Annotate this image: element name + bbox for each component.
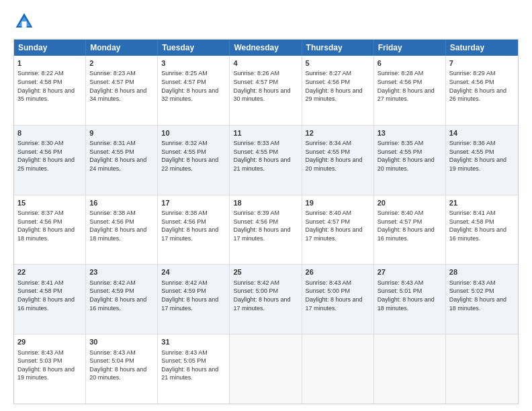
- sunset-label: Sunset: 4:57 PM: [161, 79, 206, 85]
- sunset-label: Sunset: 5:04 PM: [89, 357, 134, 364]
- daylight-label: Daylight: 8 hours and 27 minutes.: [378, 87, 435, 103]
- day-cell-29: 29Sunrise: 8:43 AMSunset: 5:03 PMDayligh…: [14, 334, 86, 404]
- day-info: Sunrise: 8:36 AMSunset: 4:55 PMDaylight:…: [449, 139, 515, 173]
- sunrise-label: Sunrise: 8:42 AM: [161, 279, 208, 286]
- sunset-label: Sunset: 4:58 PM: [17, 79, 62, 85]
- svg-rect-2: [21, 21, 26, 28]
- day-cell-30: 30Sunrise: 8:43 AMSunset: 5:04 PMDayligh…: [86, 334, 158, 404]
- daylight-label: Daylight: 8 hours and 25 minutes.: [17, 156, 75, 172]
- day-cell-14: 14Sunrise: 8:36 AMSunset: 4:55 PMDayligh…: [446, 126, 518, 195]
- calendar-week-4: 22Sunrise: 8:41 AMSunset: 4:58 PMDayligh…: [14, 265, 518, 334]
- sunset-label: Sunset: 4:56 PM: [449, 79, 494, 85]
- daylight-label: Daylight: 8 hours and 21 minutes.: [233, 156, 290, 172]
- day-number: 19: [306, 198, 370, 208]
- sunset-label: Sunset: 5:00 PM: [306, 287, 351, 294]
- day-number: 18: [233, 198, 298, 208]
- sunset-label: Sunset: 4:59 PM: [89, 287, 134, 294]
- daylight-label: Daylight: 8 hours and 20 minutes.: [89, 366, 146, 381]
- sunrise-label: Sunrise: 8:36 AM: [449, 140, 496, 146]
- day-info: Sunrise: 8:26 AMSunset: 4:57 PMDaylight:…: [233, 69, 298, 103]
- daylight-label: Daylight: 8 hours and 34 minutes.: [89, 87, 146, 103]
- daylight-label: Daylight: 8 hours and 24 minutes.: [89, 156, 146, 172]
- day-cell-22: 22Sunrise: 8:41 AMSunset: 4:58 PMDayligh…: [14, 265, 86, 334]
- day-number: 25: [233, 267, 298, 277]
- sunrise-label: Sunrise: 8:34 AM: [306, 140, 352, 146]
- logo-icon: [13, 11, 35, 32]
- sunrise-label: Sunrise: 8:43 AM: [306, 279, 352, 286]
- day-cell-25: 25Sunrise: 8:42 AMSunset: 5:00 PMDayligh…: [230, 265, 302, 334]
- day-number: 13: [378, 128, 442, 138]
- sunrise-label: Sunrise: 8:32 AM: [161, 140, 208, 146]
- day-cell-3: 3Sunrise: 8:25 AMSunset: 4:57 PMDaylight…: [158, 56, 230, 125]
- daylight-label: Daylight: 8 hours and 26 minutes.: [449, 87, 506, 103]
- daylight-label: Daylight: 8 hours and 16 minutes.: [449, 226, 506, 242]
- sunset-label: Sunset: 4:58 PM: [449, 218, 494, 225]
- daylight-label: Daylight: 8 hours and 17 minutes.: [306, 296, 363, 312]
- sunset-label: Sunset: 4:55 PM: [233, 148, 278, 155]
- header: [13, 11, 519, 32]
- sunrise-label: Sunrise: 8:43 AM: [378, 279, 424, 286]
- sunset-label: Sunset: 5:02 PM: [449, 287, 494, 294]
- sunrise-label: Sunrise: 8:40 AM: [306, 210, 352, 216]
- daylight-label: Daylight: 8 hours and 16 minutes.: [17, 296, 75, 312]
- sunrise-label: Sunrise: 8:31 AM: [89, 140, 136, 146]
- day-info: Sunrise: 8:43 AMSunset: 5:00 PMDaylight:…: [306, 279, 370, 312]
- daylight-label: Daylight: 8 hours and 17 minutes.: [161, 296, 218, 312]
- day-number: 14: [449, 128, 515, 138]
- day-cell-21: 21Sunrise: 8:41 AMSunset: 4:58 PMDayligh…: [446, 195, 518, 265]
- sunset-label: Sunset: 4:57 PM: [306, 218, 351, 225]
- calendar-week-1: 1Sunrise: 8:22 AMSunset: 4:58 PMDaylight…: [14, 56, 518, 126]
- sunset-label: Sunset: 4:56 PM: [161, 218, 206, 225]
- day-number: 27: [378, 267, 442, 277]
- day-info: Sunrise: 8:43 AMSunset: 5:02 PMDaylight:…: [449, 279, 515, 312]
- sunrise-label: Sunrise: 8:38 AM: [161, 210, 208, 216]
- day-info: Sunrise: 8:42 AMSunset: 5:00 PMDaylight:…: [233, 279, 298, 312]
- day-cell-1: 1Sunrise: 8:22 AMSunset: 4:58 PMDaylight…: [14, 56, 86, 125]
- sunset-label: Sunset: 4:55 PM: [161, 148, 206, 155]
- sunrise-label: Sunrise: 8:43 AM: [89, 349, 136, 356]
- day-info: Sunrise: 8:39 AMSunset: 4:56 PMDaylight:…: [233, 209, 298, 242]
- sunset-label: Sunset: 4:56 PM: [89, 218, 134, 225]
- sunrise-label: Sunrise: 8:29 AM: [449, 70, 496, 77]
- day-number: 23: [89, 267, 154, 277]
- sunrise-label: Sunrise: 8:25 AM: [161, 70, 208, 77]
- sunrise-label: Sunrise: 8:40 AM: [378, 210, 424, 216]
- sunrise-label: Sunrise: 8:42 AM: [89, 279, 136, 286]
- day-number: 5: [306, 58, 370, 68]
- sunrise-label: Sunrise: 8:41 AM: [449, 210, 496, 216]
- daylight-label: Daylight: 8 hours and 19 minutes.: [17, 366, 75, 381]
- sunrise-label: Sunrise: 8:39 AM: [233, 210, 279, 216]
- day-cell-2: 2Sunrise: 8:23 AMSunset: 4:57 PMDaylight…: [86, 56, 158, 125]
- header-day-friday: Friday: [374, 40, 446, 56]
- day-cell-4: 4Sunrise: 8:26 AMSunset: 4:57 PMDaylight…: [230, 56, 302, 125]
- calendar-week-2: 8Sunrise: 8:30 AMSunset: 4:56 PMDaylight…: [14, 126, 518, 195]
- daylight-label: Daylight: 8 hours and 32 minutes.: [161, 87, 218, 103]
- day-cell-6: 6Sunrise: 8:28 AMSunset: 4:56 PMDaylight…: [374, 56, 446, 125]
- day-cell-7: 7Sunrise: 8:29 AMSunset: 4:56 PMDaylight…: [446, 56, 518, 125]
- daylight-label: Daylight: 8 hours and 35 minutes.: [17, 87, 75, 103]
- header-day-thursday: Thursday: [302, 40, 374, 56]
- day-number: 2: [89, 58, 154, 68]
- daylight-label: Daylight: 8 hours and 17 minutes.: [233, 226, 290, 242]
- day-number: 11: [233, 128, 298, 138]
- day-number: 20: [378, 198, 442, 208]
- day-info: Sunrise: 8:38 AMSunset: 4:56 PMDaylight:…: [89, 209, 154, 242]
- day-info: Sunrise: 8:29 AMSunset: 4:56 PMDaylight:…: [449, 69, 515, 103]
- calendar-week-5: 29Sunrise: 8:43 AMSunset: 5:03 PMDayligh…: [14, 334, 518, 404]
- day-info: Sunrise: 8:43 AMSunset: 5:05 PMDaylight:…: [161, 349, 226, 382]
- day-cell-31: 31Sunrise: 8:43 AMSunset: 5:05 PMDayligh…: [158, 334, 230, 404]
- sunrise-label: Sunrise: 8:37 AM: [17, 210, 64, 216]
- daylight-label: Daylight: 8 hours and 18 minutes.: [17, 226, 75, 242]
- sunset-label: Sunset: 5:01 PM: [378, 287, 423, 294]
- sunset-label: Sunset: 4:56 PM: [233, 218, 278, 225]
- daylight-label: Daylight: 8 hours and 17 minutes.: [233, 296, 290, 312]
- sunrise-label: Sunrise: 8:43 AM: [161, 349, 208, 356]
- day-number: 17: [161, 198, 226, 208]
- header-day-monday: Monday: [86, 40, 158, 56]
- calendar-week-3: 15Sunrise: 8:37 AMSunset: 4:56 PMDayligh…: [14, 195, 518, 265]
- day-info: Sunrise: 8:40 AMSunset: 4:57 PMDaylight:…: [378, 209, 442, 242]
- day-info: Sunrise: 8:37 AMSunset: 4:56 PMDaylight:…: [17, 209, 82, 242]
- day-number: 16: [89, 198, 154, 208]
- sunset-label: Sunset: 4:56 PM: [378, 79, 423, 85]
- day-cell-18: 18Sunrise: 8:39 AMSunset: 4:56 PMDayligh…: [230, 195, 302, 265]
